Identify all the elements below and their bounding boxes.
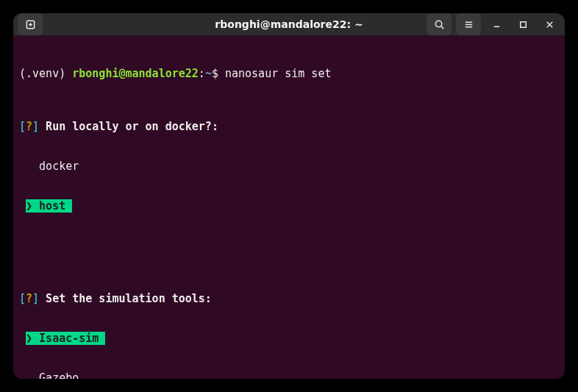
venv-indicator: (.venv)	[19, 67, 65, 80]
selection-pointer-icon: ❯	[26, 332, 32, 345]
option-isaac-sim: Isaac-sim	[32, 332, 105, 345]
option-line-selected[interactable]: ❯ Isaac-sim	[19, 332, 559, 345]
new-tab-icon	[25, 19, 36, 30]
prompt-line: (.venv) rbonghi@mandalore22:~$ nanosaur …	[19, 67, 559, 80]
question-line: [?] Set the simulation tools:	[19, 292, 559, 305]
search-button[interactable]	[427, 13, 452, 35]
titlebar: rbonghi@mandalore22: ~	[13, 13, 565, 36]
new-tab-button[interactable]	[18, 13, 43, 35]
option-line[interactable]: docker	[19, 160, 559, 173]
question-mark-icon: ?	[26, 120, 32, 133]
user-host: rbonghi@mandalore22	[72, 67, 199, 80]
colon: :	[199, 67, 205, 80]
svg-line-4	[440, 26, 443, 28]
option-host: host	[32, 199, 72, 213]
menu-button[interactable]	[456, 13, 481, 35]
question-mark-icon: ?	[26, 292, 32, 305]
prompt-symbol: $	[212, 67, 218, 80]
option-gazebo: Gazebo	[39, 371, 79, 379]
bracket: [	[19, 120, 26, 133]
maximize-button[interactable]	[512, 13, 534, 35]
hamburger-icon	[463, 19, 474, 30]
option-docker: docker	[39, 160, 79, 173]
minimize-icon	[491, 19, 502, 30]
option-line[interactable]: Gazebo	[19, 371, 559, 379]
bracket: ]	[32, 292, 39, 305]
close-icon	[544, 19, 555, 30]
cwd-path: ~	[205, 67, 212, 80]
command-text: nanosaur sim set	[225, 67, 332, 80]
bracket: [	[19, 292, 26, 305]
selection-pointer-icon: ❯	[26, 199, 32, 213]
maximize-icon	[518, 19, 529, 30]
question-text: Set the simulation tools:	[39, 292, 212, 305]
minimize-button[interactable]	[485, 13, 507, 35]
question-line: [?] Run locally or on docker?:	[19, 120, 559, 133]
search-icon	[434, 19, 445, 30]
question-text: Run locally or on docker?:	[39, 120, 218, 133]
terminal-window: rbonghi@mandalore22: ~ (.venv) rbonghi@m…	[13, 13, 565, 379]
svg-point-3	[435, 21, 441, 26]
svg-rect-9	[520, 21, 526, 27]
option-line-selected[interactable]: ❯ host	[19, 199, 559, 213]
close-button[interactable]	[538, 13, 560, 35]
bracket: ]	[32, 120, 39, 133]
terminal-body[interactable]: (.venv) rbonghi@mandalore22:~$ nanosaur …	[13, 36, 565, 379]
